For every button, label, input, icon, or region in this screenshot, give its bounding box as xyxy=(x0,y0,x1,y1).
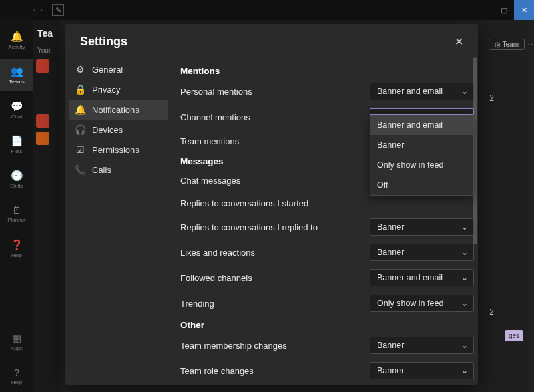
window-close-button[interactable]: ✕ xyxy=(514,0,534,20)
rail-label: Help xyxy=(11,252,22,258)
row-replies-replied: Replies to conversations I replied to xyxy=(180,222,370,232)
teams-sub: Your xyxy=(36,45,57,55)
select-value: Banner and email xyxy=(377,273,443,282)
app-rail: 🔔 Activity 👥 Teams 💬 Chat 📄 Files 🕘 Shif… xyxy=(0,20,33,392)
row-likes: Likes and reactions xyxy=(180,248,370,258)
more-icon[interactable]: ··· xyxy=(527,39,534,49)
select-role-changes[interactable]: Banner ⌄ xyxy=(370,362,474,379)
select-value: Banner and email xyxy=(377,87,443,96)
select-followed-channels[interactable]: Banner and email ⌄ xyxy=(370,269,474,286)
nav-label: Notifications xyxy=(92,105,140,115)
team-tag[interactable]: ◎ Team xyxy=(489,39,525,50)
row-replies-started: Replies to conversations I started xyxy=(180,198,474,208)
shifts-icon: 🕘 xyxy=(11,170,23,182)
rail-label: Teams xyxy=(9,79,25,85)
nav-permissions[interactable]: ☑ Permissions xyxy=(65,140,172,160)
rail-label: Apps xyxy=(11,345,23,351)
dropdown-option[interactable]: Banner xyxy=(370,135,473,155)
modal-title: Settings xyxy=(80,35,127,49)
settings-nav: ⚙ General 🔒 Privacy 🔔 Notifications 🎧 De… xyxy=(65,55,172,385)
nav-label: Devices xyxy=(92,125,123,135)
nav-label: Permissions xyxy=(92,145,140,155)
nav-label: Calls xyxy=(92,165,111,175)
activity-icon: 🔔 xyxy=(11,31,23,43)
team-tile[interactable] xyxy=(36,59,49,73)
phone-icon: 📞 xyxy=(75,164,85,175)
rail-label: Chat xyxy=(11,114,23,120)
rail-item-teams[interactable]: 👥 Teams xyxy=(0,59,33,91)
rail-item-help2[interactable]: ? Help xyxy=(0,360,33,392)
row-trending: Trending xyxy=(180,299,370,309)
select-value: Banner xyxy=(377,248,404,257)
nav-label: Privacy xyxy=(92,85,121,95)
select-membership[interactable]: Banner ⌄ xyxy=(370,337,474,354)
planner-icon: 🗓 xyxy=(12,204,22,216)
rail-item-files[interactable]: 📄 Files xyxy=(0,128,33,160)
dropdown-option[interactable]: Only show in feed xyxy=(370,155,473,175)
back-arrow-icon[interactable]: ‹ xyxy=(33,5,36,15)
select-value: Banner xyxy=(377,366,404,375)
rail-item-help[interactable]: ❓ Help xyxy=(0,232,33,264)
settings-modal: Settings ✕ ⚙ General 🔒 Privacy 🔔 Notific… xyxy=(65,24,478,385)
chevron-down-icon: ⌄ xyxy=(461,87,468,96)
select-value: Banner xyxy=(377,341,404,350)
badge-count: 2 xyxy=(489,307,494,317)
rail-label: Help xyxy=(11,379,22,385)
team-tile[interactable] xyxy=(36,114,49,128)
help-icon: ❓ xyxy=(11,239,23,251)
chevron-down-icon: ⌄ xyxy=(461,248,468,257)
team-list-partial: Tea Your xyxy=(33,20,60,392)
settings-content: Mentions Personal mentions Banner and em… xyxy=(172,55,478,385)
teams-icon: 👥 xyxy=(11,65,23,77)
nav-privacy[interactable]: 🔒 Privacy xyxy=(65,79,172,100)
nav-devices[interactable]: 🎧 Devices xyxy=(65,120,172,140)
row-role-changes: Team role changes xyxy=(180,366,370,376)
nav-calls[interactable]: 📞 Calls xyxy=(65,160,172,180)
permissions-icon: ☑ xyxy=(75,144,85,155)
compose-icon[interactable]: ✎ xyxy=(52,4,64,16)
chevron-down-icon: ⌄ xyxy=(461,366,468,375)
row-channel-mentions: Channel mentions xyxy=(180,112,370,122)
section-mentions: Mentions xyxy=(180,66,474,76)
row-personal-mentions: Personal mentions xyxy=(180,87,370,97)
chat-icon: 💬 xyxy=(11,100,23,112)
select-replies-replied[interactable]: Banner ⌄ xyxy=(370,218,474,236)
nav-label: General xyxy=(92,65,123,75)
row-followed-channels: Followed channels xyxy=(180,273,370,283)
rail-label: Planner xyxy=(7,217,26,223)
badge-count: 2 xyxy=(489,93,494,103)
nav-arrows: ‹ › xyxy=(33,0,43,20)
bg-pill[interactable]: ges xyxy=(505,330,523,341)
headset-icon: 🎧 xyxy=(75,124,85,135)
help2-icon: ? xyxy=(14,367,19,378)
rail-item-chat[interactable]: 💬 Chat xyxy=(0,93,33,126)
rail-item-apps[interactable]: ▦ Apps xyxy=(0,325,33,357)
minimize-button[interactable]: — xyxy=(474,0,494,20)
chevron-down-icon: ⌄ xyxy=(461,273,468,282)
close-icon[interactable]: ✕ xyxy=(455,35,463,48)
select-value: Only show in feed xyxy=(377,299,443,308)
select-personal-mentions[interactable]: Banner and email ⌄ xyxy=(370,83,474,100)
maximize-button[interactable]: ▢ xyxy=(494,0,514,20)
row-membership: Team membership changes xyxy=(180,341,370,351)
apps-icon: ▦ xyxy=(12,332,21,344)
select-trending[interactable]: Only show in feed ⌄ xyxy=(370,295,474,312)
dropdown-option[interactable]: Banner and email xyxy=(370,115,473,135)
nav-general[interactable]: ⚙ General xyxy=(65,59,172,79)
rail-label: Files xyxy=(11,148,23,154)
teams-heading: Tea xyxy=(36,25,57,41)
rail-item-shifts[interactable]: 🕘 Shifts xyxy=(0,163,33,195)
select-value: Banner xyxy=(377,222,404,232)
select-likes[interactable]: Banner ⌄ xyxy=(370,244,474,261)
dropdown-option[interactable]: Off xyxy=(370,175,473,195)
team-tile[interactable] xyxy=(36,132,49,145)
rail-label: Shifts xyxy=(10,183,23,189)
forward-arrow-icon[interactable]: › xyxy=(40,5,43,15)
rail-label: Activity xyxy=(8,44,25,50)
gear-icon: ⚙ xyxy=(75,64,85,75)
chevron-down-icon: ⌄ xyxy=(461,222,468,232)
nav-notifications[interactable]: 🔔 Notifications xyxy=(69,100,168,120)
files-icon: 📄 xyxy=(11,135,23,147)
rail-item-planner[interactable]: 🗓 Planner xyxy=(0,198,33,230)
rail-item-activity[interactable]: 🔔 Activity xyxy=(0,24,33,56)
